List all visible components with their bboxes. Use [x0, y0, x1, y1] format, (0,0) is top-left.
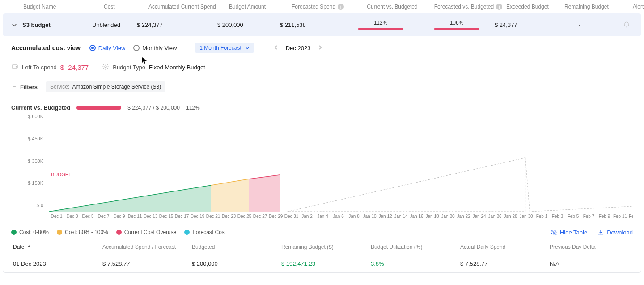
chart-legend: Cost: 0-80%Cost: 80% - 100%Current Cost … [11, 229, 226, 235]
legend-item[interactable]: Cost: 0-80% [11, 229, 49, 235]
current-vs-cell: 112% [343, 20, 419, 30]
prev-month-button[interactable] [272, 44, 280, 52]
info-icon[interactable]: i [496, 4, 502, 10]
x-tick: Jan 28 [503, 214, 518, 219]
legend-swatch-icon [11, 230, 17, 235]
col-forecast-vs[interactable]: Forecasted vs. Budgeted i [430, 4, 506, 10]
x-tick: Feb 1 [534, 214, 550, 219]
sort-asc-icon [27, 245, 31, 249]
x-tick: Feb 5 [565, 214, 581, 219]
budget-row[interactable]: S3 budget Unblended $ 224,377 $ 200,000 … [3, 13, 641, 36]
x-tick: Dec 11 [127, 214, 143, 219]
budget-type-value: Fixed Monthly Budget [149, 64, 205, 71]
x-tick: Dec 7 [96, 214, 111, 219]
budget-amount-value: $ 200,000 [217, 21, 280, 28]
col-current-vs[interactable]: Current vs. Budgeted [354, 4, 430, 10]
col-budget-amount[interactable]: Budget Amount [229, 4, 292, 10]
chevron-down-icon[interactable] [12, 22, 17, 28]
col-budget-name[interactable]: Budget Name [23, 4, 104, 10]
cvb-text: $ 224,377 / $ 200,000 [127, 105, 180, 111]
x-tick: Jan 30 [518, 214, 534, 219]
forecast-dropdown[interactable]: 1 Month Forecast [195, 43, 254, 53]
progress-bar [358, 28, 403, 30]
x-tick: Dec 31 [284, 214, 299, 219]
gear-icon [102, 63, 109, 72]
bell-icon[interactable] [623, 22, 630, 29]
col-remaining[interactable]: Remaining Budget [564, 4, 618, 10]
filters-label: Filters [11, 83, 38, 91]
cvb-progress-bar [76, 106, 121, 110]
filter-value: Amazon Simple Storage Service (S3) [72, 84, 161, 90]
x-tick: Jan 22 [456, 214, 471, 219]
x-tick: Jan 6 [330, 214, 346, 219]
radio-dot-icon [133, 45, 140, 51]
x-tick: Jan 24 [471, 214, 487, 219]
forecast-label: 1 Month Forecast [199, 45, 241, 51]
left-to-spend: Left To spend $ -24,377 [11, 63, 89, 72]
col-forecasted-spend[interactable]: Forecasted Spend i [292, 4, 354, 10]
x-tick: Dec 1 [49, 214, 64, 219]
x-tick: Dec 25 [237, 214, 252, 219]
legend-item[interactable]: Current Cost Overuse [116, 229, 177, 235]
legend-label: Current Cost Overuse [124, 229, 177, 235]
eye-off-icon [550, 229, 557, 236]
budget-type-label: Budget Type [113, 64, 145, 71]
panel-title: Accumulated cost view [11, 44, 80, 51]
info-icon[interactable]: i [338, 4, 344, 10]
col-date-label: Date [13, 244, 24, 250]
exceeded-value: $ 24,377 [495, 21, 553, 28]
alert-cell [606, 21, 644, 29]
daily-view-label: Daily View [98, 45, 125, 51]
legend-item[interactable]: Forecast Cost [184, 229, 226, 235]
x-tick: Dec 15 [158, 214, 174, 219]
y-axis-labels: $ 600K $ 450K $ 300K $ 150K $ 0 [11, 114, 47, 208]
download-button[interactable]: Download [597, 229, 633, 236]
budget-name: S3 budget [22, 21, 51, 28]
x-tick: Feb 7 [581, 214, 597, 219]
col-actual[interactable]: Actual Daily Spend [460, 244, 550, 250]
col-date[interactable]: Date [13, 244, 102, 250]
col-accum-spend[interactable]: Accumulated Current Spend [148, 4, 229, 10]
cell-date: 01 Dec 2023 [13, 260, 102, 267]
col-exceeded[interactable]: Exceeded Budget [506, 4, 564, 10]
legend-label: Cost: 0-80% [19, 229, 49, 235]
legend-item[interactable]: Cost: 80% - 100% [57, 229, 108, 235]
caret-down-icon [245, 46, 250, 50]
wallet-icon [11, 63, 18, 72]
daily-view-radio[interactable]: Daily View [89, 45, 125, 51]
budget-detail-panel: Accumulated cost view Daily View Monthly… [3, 36, 641, 273]
hide-table-button[interactable]: Hide Table [550, 229, 587, 236]
y-tick: $ 150K [11, 180, 43, 186]
col-accum[interactable]: Accumulated Spend / Forecast [102, 244, 192, 250]
legend-swatch-icon [57, 230, 62, 235]
x-tick: Feb 11 [612, 214, 628, 219]
monthly-view-radio[interactable]: Monthly View [133, 45, 177, 51]
x-tick: Dec 27 [252, 214, 268, 219]
col-util[interactable]: Budget Utilization (%) [371, 244, 460, 250]
col-cost[interactable]: Cost [104, 4, 148, 10]
x-tick: Jan 18 [424, 214, 440, 219]
legend-swatch-icon [184, 230, 190, 235]
col-delta[interactable]: Previous Day Delta [550, 244, 639, 250]
x-tick: Dec 13 [143, 214, 158, 219]
legend-label: Forecast Cost [192, 229, 226, 235]
filter-chip-service[interactable]: Service: Amazon Simple Storage Service (… [46, 81, 165, 92]
col-budgeted[interactable]: Budgeted [192, 244, 281, 250]
x-tick: Feb 3 [550, 214, 565, 219]
x-tick: Jan 12 [377, 214, 393, 219]
plot-area[interactable]: BUDGET [49, 114, 633, 212]
month-nav: Dec 2023 [272, 44, 324, 52]
divider [263, 43, 263, 52]
cvb-label: Current vs. Budgeted [11, 104, 70, 111]
col-alert[interactable]: Alert [618, 4, 644, 10]
col-forecasted-spend-label: Forecasted Spend [292, 4, 335, 10]
budget-type: Budget Type Fixed Monthly Budget [102, 63, 205, 72]
accum-spend-value: $ 224,377 [137, 21, 217, 28]
x-tick: Feb 13 [628, 214, 633, 219]
download-label: Download [607, 229, 633, 236]
cursor-icon [142, 57, 148, 64]
x-tick: Dec 9 [111, 214, 127, 219]
next-month-button[interactable] [317, 44, 324, 52]
legend-label: Cost: 80% - 100% [65, 229, 108, 235]
col-remaining[interactable]: Remaining Budget ($) [281, 244, 371, 250]
